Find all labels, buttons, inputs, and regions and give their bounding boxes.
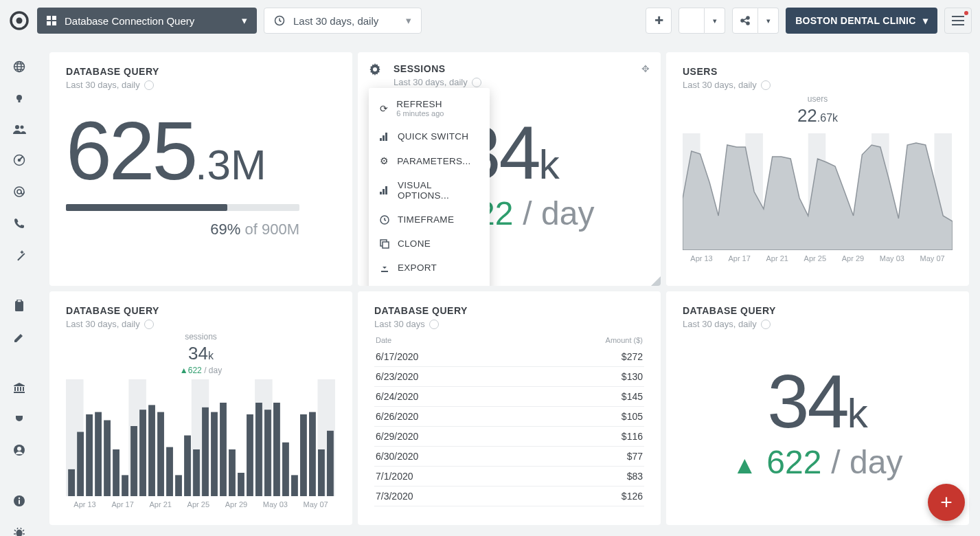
plug-icon[interactable]: [12, 412, 27, 425]
menu-item-quick-switch[interactable]: QUICK SWITCH: [369, 124, 490, 148]
menu-item-refresh[interactable]: ⟳REFRESH6 minutes ago: [369, 92, 490, 124]
share-button[interactable]: [732, 8, 758, 34]
radar-icon[interactable]: [12, 154, 27, 166]
group-icon[interactable]: [12, 124, 27, 135]
svg-rect-50: [77, 432, 84, 497]
refresh-icon: ⟳: [380, 103, 388, 114]
svg-rect-59: [157, 412, 164, 496]
x-axis-labels: Apr 13Apr 17Apr 21Apr 25Apr 29May 03May …: [66, 500, 336, 509]
pencil-icon[interactable]: [12, 331, 27, 344]
svg-rect-49: [68, 469, 75, 496]
menu-item-timeframe[interactable]: TIMEFRAME: [369, 208, 490, 232]
table-row: 7/3/2020$126: [374, 487, 644, 506]
table-row: 6/23/2020$130: [374, 367, 644, 387]
org-selector[interactable]: BOSTON DENTAL CLINIC ▾: [786, 8, 937, 34]
resize-handle[interactable]: [651, 276, 661, 286]
svg-rect-67: [229, 449, 236, 496]
svg-rect-61: [175, 475, 182, 496]
svg-rect-32: [385, 133, 387, 141]
visibility-icon: [429, 320, 439, 329]
svg-rect-52: [95, 412, 102, 496]
svg-rect-69: [247, 414, 253, 496]
at-icon[interactable]: [12, 186, 27, 198]
card-database-query-bar: DATABASE QUERY Last 30 days, daily sessi…: [49, 291, 352, 525]
svg-rect-60: [166, 447, 173, 496]
chevron-down-icon: ▾: [766, 16, 771, 25]
table-row: 7/1/2020$83: [374, 467, 644, 487]
clipboard-icon[interactable]: [12, 300, 27, 312]
sidebar: [0, 41, 38, 536]
svg-point-19: [14, 187, 24, 197]
bar-chart: [66, 379, 336, 496]
card-title: DATABASE QUERY: [374, 305, 644, 316]
plugin-button[interactable]: [646, 8, 672, 34]
menu-item-clone[interactable]: CLONE: [369, 232, 490, 256]
menu-item-remove[interactable]: REMOVE: [369, 280, 490, 286]
menu-item-parameters[interactable]: ⚙PARAMETERS...: [369, 148, 490, 173]
timeframe-selector[interactable]: Last 30 days, daily ▾: [264, 8, 422, 34]
download-icon: [380, 263, 389, 273]
chevron-down-icon: ▾: [242, 14, 247, 27]
theme-button-group: ▾: [679, 8, 725, 34]
info-icon[interactable]: [12, 495, 27, 507]
svg-rect-63: [193, 449, 200, 496]
card-title: SESSIONS: [394, 63, 644, 74]
svg-rect-56: [130, 426, 137, 496]
move-handle[interactable]: ✥: [641, 63, 650, 74]
svg-rect-66: [220, 403, 227, 496]
user-icon[interactable]: [12, 444, 27, 456]
up-triangle-icon: ▲: [733, 451, 757, 480]
phone-icon[interactable]: [12, 217, 27, 230]
main-menu-button[interactable]: [944, 8, 972, 34]
svg-rect-70: [255, 403, 262, 496]
svg-rect-35: [385, 186, 387, 194]
svg-rect-33: [380, 192, 382, 194]
theme-dropdown[interactable]: ▾: [705, 8, 725, 34]
table-row: 6/26/2020$105: [374, 407, 644, 427]
menu-item-export[interactable]: EXPORT: [369, 256, 490, 280]
bank-icon[interactable]: [12, 382, 27, 393]
bars-icon: [380, 133, 389, 141]
svg-rect-21: [17, 253, 25, 260]
bars-icon: [380, 186, 389, 194]
bug-icon[interactable]: [12, 526, 27, 536]
svg-rect-5: [47, 21, 51, 25]
menu-item-visual-options[interactable]: VISUAL OPTIONS...: [369, 173, 490, 208]
svg-rect-53: [104, 421, 111, 497]
query-selector[interactable]: Database Connection Query ▾: [37, 8, 257, 34]
bulb-icon[interactable]: [12, 92, 27, 104]
kpi-delta: ▲622 / day: [683, 443, 953, 481]
svg-rect-4: [52, 16, 56, 20]
progress-caption: 69% of 900M: [66, 221, 299, 238]
svg-rect-76: [309, 412, 316, 496]
chart-mini-delta: ▲622 / day: [66, 366, 336, 375]
chevron-down-icon: ▾: [406, 14, 411, 27]
svg-rect-75: [300, 414, 307, 496]
chart-mini-label: users: [683, 94, 953, 104]
table-row: 6/17/2020$272: [374, 347, 644, 367]
svg-rect-30: [380, 138, 382, 141]
wand-icon[interactable]: [12, 249, 27, 261]
dashboard-main: DATABASE QUERY Last 30 days, daily 625 .…: [38, 41, 980, 536]
globe-icon[interactable]: [12, 60, 27, 73]
card-settings-button[interactable]: ⟳REFRESH6 minutes ago QUICK SWITCH ⚙PARA…: [369, 63, 381, 76]
svg-point-28: [19, 498, 20, 499]
svg-point-1: [16, 18, 23, 24]
svg-point-15: [15, 125, 19, 129]
up-triangle-icon: ▲: [180, 366, 188, 375]
svg-rect-74: [291, 475, 298, 496]
chevron-down-icon: ▾: [923, 15, 928, 26]
card-subtitle: Last 30 days, daily: [683, 319, 953, 329]
card-title: DATABASE QUERY: [683, 305, 953, 316]
card-sessions: ⟳REFRESH6 minutes ago QUICK SWITCH ⚙PARA…: [358, 52, 661, 286]
svg-rect-14: [19, 100, 21, 102]
kpi-value: 34 k: [683, 364, 953, 439]
app-logo: [8, 10, 30, 32]
add-button[interactable]: +: [928, 484, 965, 521]
svg-rect-64: [202, 407, 209, 496]
share-dropdown[interactable]: ▾: [758, 8, 779, 34]
share-button-group: ▾: [732, 8, 779, 34]
svg-rect-73: [282, 443, 289, 496]
svg-point-25: [17, 447, 21, 451]
theme-button[interactable]: [679, 8, 705, 34]
